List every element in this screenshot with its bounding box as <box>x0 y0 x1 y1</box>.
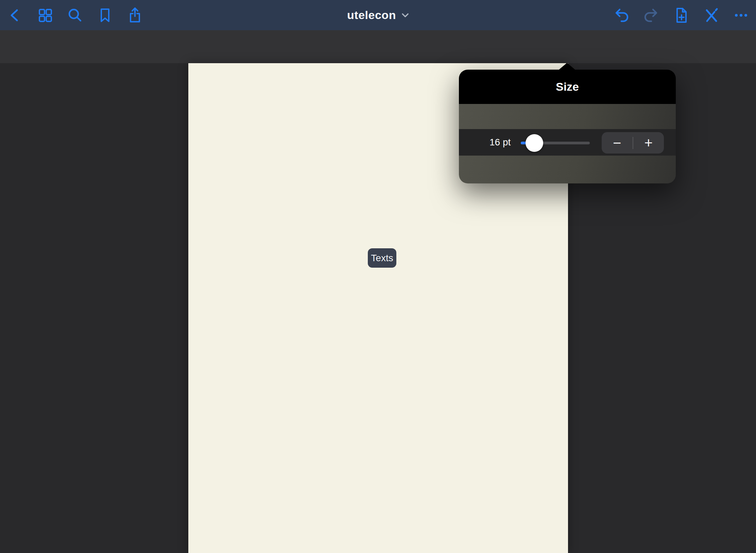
text-object-label: Texts <box>371 253 393 264</box>
thumbnails-grid-icon <box>36 6 55 25</box>
size-stepper: − + <box>602 132 664 154</box>
top-navigation-bar: utelecon <box>0 0 756 30</box>
chevron-down-icon <box>401 13 409 18</box>
back-icon <box>6 6 25 25</box>
add-page-icon <box>672 6 691 25</box>
size-readout: 16 pt <box>489 129 511 156</box>
share-button[interactable] <box>125 6 144 25</box>
popover-header: Size <box>459 70 676 104</box>
thumbnails-button[interactable] <box>36 6 55 25</box>
size-slider-row: 16 pt − + <box>459 129 676 156</box>
stylus-toggle-button[interactable] <box>702 6 721 25</box>
topbar-left-group <box>6 0 144 30</box>
undo-button[interactable] <box>612 6 631 25</box>
undo-icon <box>612 6 631 25</box>
document-title: utelecon <box>347 8 396 22</box>
text-object[interactable]: Texts <box>368 248 396 268</box>
decrease-size-button[interactable]: − <box>602 132 633 154</box>
add-page-button[interactable] <box>672 6 691 25</box>
share-icon <box>125 6 144 25</box>
tool-ribbon: a <box>0 30 756 63</box>
more-icon <box>732 6 751 25</box>
redo-icon <box>642 6 661 25</box>
bookmark-icon <box>96 6 115 25</box>
increase-size-button[interactable]: + <box>633 132 664 154</box>
popover-body: 16 pt − + <box>459 104 676 183</box>
popover-title: Size <box>556 80 579 93</box>
popover-arrow <box>558 63 576 70</box>
redo-button[interactable] <box>642 6 661 25</box>
search-icon <box>66 6 85 25</box>
bookmark-button[interactable] <box>96 6 115 25</box>
size-popover: Size 16 pt − + <box>459 70 676 183</box>
document-title-button[interactable]: utelecon <box>347 0 409 30</box>
size-slider-knob[interactable] <box>526 134 543 152</box>
back-button[interactable] <box>6 6 25 25</box>
search-button[interactable] <box>66 6 85 25</box>
more-options-button[interactable] <box>732 6 751 25</box>
topbar-right-group <box>612 0 751 30</box>
stylus-disable-icon <box>702 6 721 25</box>
app-window: utelecon <box>0 0 756 553</box>
